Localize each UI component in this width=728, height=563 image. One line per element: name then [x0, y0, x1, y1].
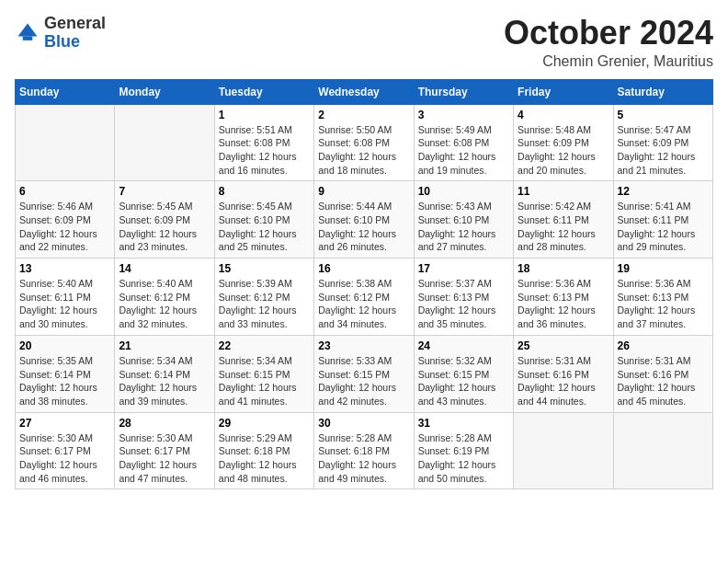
day-number: 24	[418, 339, 509, 352]
day-info: Sunrise: 5:50 AM Sunset: 6:08 PM Dayligh…	[318, 123, 409, 178]
day-number: 20	[19, 339, 110, 352]
calendar-day-cell: 6Sunrise: 5:46 AM Sunset: 6:09 PM Daylig…	[16, 181, 115, 259]
day-number: 23	[318, 339, 409, 352]
calendar-day-cell: 27Sunrise: 5:30 AM Sunset: 6:17 PM Dayli…	[16, 412, 115, 489]
calendar-day-cell: 2Sunrise: 5:50 AM Sunset: 6:08 PM Daylig…	[314, 104, 414, 181]
calendar-day-cell	[514, 412, 613, 489]
day-info: Sunrise: 5:39 AM Sunset: 6:12 PM Dayligh…	[219, 277, 310, 331]
calendar-day-cell: 19Sunrise: 5:36 AM Sunset: 6:13 PM Dayli…	[613, 259, 712, 336]
day-number: 29	[219, 417, 310, 430]
calendar-week-row: 27Sunrise: 5:30 AM Sunset: 6:17 PM Dayli…	[16, 412, 713, 489]
calendar-day-cell: 1Sunrise: 5:51 AM Sunset: 6:08 PM Daylig…	[214, 104, 313, 181]
calendar-day-cell: 22Sunrise: 5:34 AM Sunset: 6:15 PM Dayli…	[214, 335, 313, 412]
day-info: Sunrise: 5:37 AM Sunset: 6:13 PM Dayligh…	[418, 277, 509, 331]
calendar-table: Sunday Monday Tuesday Wednesday Thursday…	[15, 79, 713, 490]
day-info: Sunrise: 5:34 AM Sunset: 6:14 PM Dayligh…	[119, 354, 210, 408]
day-number: 2	[318, 109, 409, 121]
day-number: 21	[119, 339, 210, 352]
svg-rect-1	[23, 36, 33, 40]
calendar-week-row: 6Sunrise: 5:46 AM Sunset: 6:09 PM Daylig…	[16, 181, 713, 259]
day-info: Sunrise: 5:48 AM Sunset: 6:09 PM Dayligh…	[518, 123, 609, 178]
day-number: 7	[119, 185, 210, 198]
calendar-day-cell: 10Sunrise: 5:43 AM Sunset: 6:10 PM Dayli…	[414, 181, 513, 259]
day-number: 15	[219, 262, 310, 275]
calendar-day-cell	[16, 104, 115, 181]
day-number: 28	[119, 417, 210, 430]
header-saturday: Saturday	[613, 79, 712, 104]
day-info: Sunrise: 5:41 AM Sunset: 6:11 PM Dayligh…	[618, 200, 709, 254]
day-info: Sunrise: 5:28 AM Sunset: 6:19 PM Dayligh…	[418, 431, 509, 486]
day-number: 27	[19, 417, 110, 430]
calendar-day-cell: 7Sunrise: 5:45 AM Sunset: 6:09 PM Daylig…	[115, 181, 214, 259]
calendar-day-cell: 28Sunrise: 5:30 AM Sunset: 6:17 PM Dayli…	[115, 412, 214, 489]
calendar-day-cell: 26Sunrise: 5:31 AM Sunset: 6:16 PM Dayli…	[613, 335, 712, 412]
day-number: 18	[518, 262, 609, 275]
day-info: Sunrise: 5:38 AM Sunset: 6:12 PM Dayligh…	[318, 277, 409, 331]
header-tuesday: Tuesday	[214, 79, 313, 104]
day-info: Sunrise: 5:42 AM Sunset: 6:11 PM Dayligh…	[518, 200, 609, 254]
day-info: Sunrise: 5:36 AM Sunset: 6:13 PM Dayligh…	[518, 277, 609, 331]
day-number: 10	[418, 185, 509, 198]
location-title: Chemin Grenier, Mauritius	[504, 53, 713, 70]
header-friday: Friday	[514, 79, 613, 104]
header-wednesday: Wednesday	[314, 79, 414, 104]
calendar-day-cell: 12Sunrise: 5:41 AM Sunset: 6:11 PM Dayli…	[613, 181, 712, 259]
calendar-week-row: 20Sunrise: 5:35 AM Sunset: 6:14 PM Dayli…	[16, 335, 713, 412]
calendar-day-cell: 29Sunrise: 5:29 AM Sunset: 6:18 PM Dayli…	[214, 412, 313, 489]
day-number: 4	[518, 109, 609, 121]
calendar-day-cell: 20Sunrise: 5:35 AM Sunset: 6:14 PM Dayli…	[16, 335, 115, 412]
calendar-day-cell: 15Sunrise: 5:39 AM Sunset: 6:12 PM Dayli…	[214, 259, 313, 336]
calendar-day-cell: 8Sunrise: 5:45 AM Sunset: 6:10 PM Daylig…	[214, 181, 313, 259]
day-info: Sunrise: 5:47 AM Sunset: 6:09 PM Dayligh…	[618, 123, 709, 178]
day-number: 12	[618, 185, 709, 198]
day-info: Sunrise: 5:30 AM Sunset: 6:17 PM Dayligh…	[19, 431, 110, 486]
day-info: Sunrise: 5:44 AM Sunset: 6:10 PM Dayligh…	[318, 200, 409, 254]
day-info: Sunrise: 5:29 AM Sunset: 6:18 PM Dayligh…	[219, 431, 310, 486]
day-number: 11	[518, 185, 609, 198]
day-info: Sunrise: 5:35 AM Sunset: 6:14 PM Dayligh…	[19, 354, 110, 408]
day-info: Sunrise: 5:43 AM Sunset: 6:10 PM Dayligh…	[418, 200, 509, 254]
day-number: 5	[618, 109, 709, 121]
day-number: 6	[19, 185, 110, 198]
calendar-day-cell: 23Sunrise: 5:33 AM Sunset: 6:15 PM Dayli…	[314, 335, 414, 412]
day-info: Sunrise: 5:40 AM Sunset: 6:11 PM Dayligh…	[19, 277, 110, 331]
month-title: October 2024	[504, 15, 713, 52]
day-number: 9	[318, 185, 409, 198]
day-number: 8	[219, 185, 310, 198]
day-number: 31	[418, 417, 509, 430]
header-monday: Monday	[115, 79, 214, 104]
day-number: 14	[119, 262, 210, 275]
day-info: Sunrise: 5:30 AM Sunset: 6:17 PM Dayligh…	[119, 431, 210, 486]
day-info: Sunrise: 5:33 AM Sunset: 6:15 PM Dayligh…	[318, 354, 409, 408]
day-info: Sunrise: 5:34 AM Sunset: 6:15 PM Dayligh…	[219, 354, 310, 408]
calendar-week-row: 1Sunrise: 5:51 AM Sunset: 6:08 PM Daylig…	[16, 104, 713, 181]
calendar-day-cell: 17Sunrise: 5:37 AM Sunset: 6:13 PM Dayli…	[414, 259, 513, 336]
day-info: Sunrise: 5:31 AM Sunset: 6:16 PM Dayligh…	[618, 354, 709, 408]
day-number: 19	[618, 262, 709, 275]
calendar-day-cell: 4Sunrise: 5:48 AM Sunset: 6:09 PM Daylig…	[514, 104, 613, 181]
calendar-day-cell: 13Sunrise: 5:40 AM Sunset: 6:11 PM Dayli…	[16, 259, 115, 336]
day-number: 17	[418, 262, 509, 275]
svg-marker-0	[18, 23, 38, 36]
day-number: 13	[19, 262, 110, 275]
day-number: 25	[518, 339, 609, 352]
day-info: Sunrise: 5:31 AM Sunset: 6:16 PM Dayligh…	[518, 354, 609, 408]
calendar-header-row: Sunday Monday Tuesday Wednesday Thursday…	[16, 79, 713, 104]
calendar-day-cell: 31Sunrise: 5:28 AM Sunset: 6:19 PM Dayli…	[414, 412, 513, 489]
day-info: Sunrise: 5:49 AM Sunset: 6:08 PM Dayligh…	[418, 123, 509, 178]
logo-text: General Blue	[44, 15, 106, 52]
day-info: Sunrise: 5:28 AM Sunset: 6:18 PM Dayligh…	[318, 431, 409, 486]
day-info: Sunrise: 5:36 AM Sunset: 6:13 PM Dayligh…	[618, 277, 709, 331]
calendar-day-cell: 16Sunrise: 5:38 AM Sunset: 6:12 PM Dayli…	[314, 259, 414, 336]
header-sunday: Sunday	[16, 79, 115, 104]
day-info: Sunrise: 5:45 AM Sunset: 6:10 PM Dayligh…	[219, 200, 310, 254]
day-number: 30	[318, 417, 409, 430]
day-info: Sunrise: 5:32 AM Sunset: 6:15 PM Dayligh…	[418, 354, 509, 408]
calendar-day-cell: 18Sunrise: 5:36 AM Sunset: 6:13 PM Dayli…	[514, 259, 613, 336]
calendar-day-cell: 21Sunrise: 5:34 AM Sunset: 6:14 PM Dayli…	[115, 335, 214, 412]
day-number: 16	[318, 262, 409, 275]
calendar-day-cell: 30Sunrise: 5:28 AM Sunset: 6:18 PM Dayli…	[314, 412, 414, 489]
page-header: General Blue October 2024 Chemin Grenier…	[15, 15, 713, 70]
calendar-day-cell	[115, 104, 214, 181]
calendar-day-cell: 25Sunrise: 5:31 AM Sunset: 6:16 PM Dayli…	[514, 335, 613, 412]
